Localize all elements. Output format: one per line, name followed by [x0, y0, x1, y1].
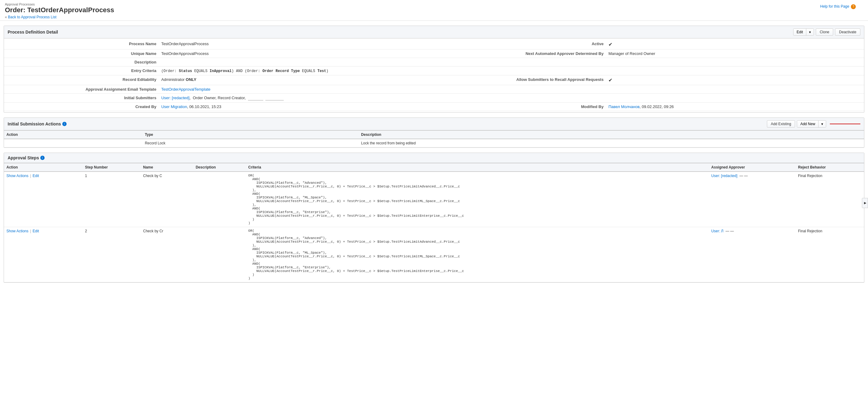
process-definition-header: Process Definition Detail Edit ▼ Clone D… [4, 26, 864, 38]
initial-submission-actions: Add Existing Add New ▼ [767, 120, 860, 128]
created-by-value: User Migration, 06.10.2021, 15:23 [159, 103, 434, 111]
approval-steps-title: Approval Steps [8, 156, 39, 160]
approval-steps-table: Action Step Number Name Description Crit… [4, 163, 864, 282]
step-number-cell: 2 [83, 227, 141, 282]
unique-name-row: Unique Name TestOrderApprovalProcess Nex… [4, 49, 864, 58]
app-name: Approval Processes [5, 2, 863, 6]
email-template-value: TestOrderApprovalTemplate [159, 85, 864, 94]
edit-split-button[interactable]: Edit ▼ [793, 28, 814, 36]
step-number-cell: 1 [83, 172, 141, 227]
email-template-link[interactable]: TestOrderApprovalTemplate [161, 87, 211, 92]
col-step-number: Step Number [83, 163, 141, 172]
initial-submission-title: Initial Submission Actions [8, 122, 61, 126]
edit-link[interactable]: Edit [33, 174, 39, 178]
add-new-button[interactable]: Add New [797, 121, 818, 127]
approval-steps-header-row: Action Step Number Name Description Crit… [4, 163, 864, 172]
initial-submitters-value: User: [redacted], Order Owner, Record Cr… [159, 94, 864, 103]
name-cell: Check by C [141, 172, 193, 227]
show-actions-link[interactable]: Show Actions [6, 229, 28, 233]
col-reject-behavior: Reject Behavior [796, 163, 864, 172]
col-type: Type [142, 131, 359, 139]
col-action: Action [4, 131, 142, 139]
allow-recall-label: Allow Submitters to Recall Approval Requ… [434, 75, 606, 85]
clone-button[interactable]: Clone [816, 28, 833, 36]
process-name-label: Process Name [4, 40, 159, 49]
modified-by-link[interactable]: Павел Молчанов [609, 104, 640, 109]
right-sidebar-icon: ▶ [863, 201, 867, 205]
back-to-list-link[interactable]: Back to Approval Process List [8, 15, 57, 19]
back-link-prefix: « [5, 15, 8, 19]
col-description: Description [359, 131, 864, 139]
col-action: Action [4, 163, 83, 172]
page-header: Approval Processes Order: TestOrderAppro… [0, 0, 868, 21]
help-link[interactable]: Help for this Page ? [820, 4, 856, 9]
criteria-cell: OR( AND( ISPICKVAL(Platform__c, "Advance… [246, 227, 709, 282]
description-value [159, 58, 434, 67]
right-sidebar-tab[interactable]: ▶ [862, 198, 868, 208]
type-cell: Record Lock [142, 139, 359, 147]
action-cell: Show Actions | Edit [4, 172, 83, 227]
deactivate-button[interactable]: Deactivate [835, 28, 860, 36]
description-row: Description [4, 58, 864, 67]
pipe-separator: | [30, 229, 31, 233]
assigned-approver-cell: User: Л — — [709, 227, 796, 282]
pipe-separator: | [30, 174, 31, 178]
entry-criteria-row: Entry Criteria (Order: Status EQUALS InA… [4, 67, 864, 75]
add-new-split-button[interactable]: Add New ▼ [797, 120, 826, 128]
red-underline-decoration [830, 124, 860, 124]
entry-criteria-value: (Order: Status EQUALS InApproval) AND (O… [159, 67, 864, 75]
record-editability-label: Record Editability [4, 75, 159, 85]
initial-submission-table: Action Type Description Record Lock Lock… [4, 130, 864, 147]
edit-dropdown-arrow[interactable]: ▼ [806, 29, 814, 35]
edit-link[interactable]: Edit [33, 229, 39, 233]
process-definition-title: Process Definition Detail [8, 30, 58, 34]
initial-submission-section: Initial Submission Actions i Add Existin… [4, 117, 864, 148]
allow-recall-checkmark: ✔ [609, 77, 612, 83]
process-definition-section: Process Definition Detail Edit ▼ Clone D… [4, 26, 864, 113]
approver-link[interactable]: User: [redacted] [711, 174, 737, 178]
initial-submission-info-icon[interactable]: i [62, 122, 67, 126]
approval-steps-info-icon[interactable]: i [40, 156, 44, 160]
action-cell [4, 139, 142, 147]
name-cell: Check by Cr [141, 227, 193, 282]
add-new-dropdown-arrow[interactable]: ▼ [818, 121, 826, 127]
description-cell [193, 227, 246, 282]
active-value: ✔ [606, 40, 864, 49]
email-template-label: Approval Assignment Email Template [4, 85, 159, 94]
initial-submission-header: Initial Submission Actions i Add Existin… [4, 118, 864, 130]
reject-behavior-cell: Final Rejection [796, 227, 864, 282]
process-name-value: TestOrderApprovalProcess [159, 40, 434, 49]
initial-submission-header-row: Action Type Description [4, 131, 864, 139]
entry-criteria-text: (Order: Status EQUALS InApproval) AND (O… [161, 69, 328, 73]
process-definition-actions: Edit ▼ Clone Deactivate [793, 28, 860, 36]
show-actions-link[interactable]: Show Actions [6, 174, 28, 178]
created-by-link[interactable]: User Migration [161, 104, 187, 109]
next-approver-label: Next Automated Approver Determined By [434, 49, 606, 58]
assigned-approver-cell: User: [redacted] — — [709, 172, 796, 227]
approver-extra: — — [724, 229, 734, 233]
col-criteria: Criteria [246, 163, 709, 172]
next-approver-value: Manager of Record Owner [606, 49, 864, 58]
created-by-label: Created By [4, 103, 159, 111]
add-existing-button[interactable]: Add Existing [767, 120, 795, 128]
record-editability-value: Administrator ONLY [159, 75, 434, 85]
active-checkmark: ✔ [609, 42, 612, 47]
active-label: Active [434, 40, 606, 49]
unique-name-value: TestOrderApprovalProcess [159, 49, 434, 58]
reject-behavior-cell: Final Rejection [796, 172, 864, 227]
description-label: Description [4, 58, 159, 67]
criteria-cell: OR( AND( ISPICKVAL(Platform__c, "Advance… [246, 172, 709, 227]
unique-name-label: Unique Name [4, 49, 159, 58]
help-badge: ? [851, 4, 856, 9]
approver-link[interactable]: User: Л [711, 229, 723, 233]
col-description: Description [193, 163, 246, 172]
initial-submitters-user-link[interactable]: User: [redacted] [161, 96, 190, 100]
description-cell: Lock the record from being edited [359, 139, 864, 147]
edit-button[interactable]: Edit [794, 29, 806, 35]
process-name-row: Process Name TestOrderApprovalProcess Ac… [4, 40, 864, 49]
col-name: Name [141, 163, 193, 172]
page-title: Order: TestOrderApprovalProcess [5, 6, 863, 14]
modified-by-value: Павел Молчанов, 09.02.2022, 09:26 [606, 103, 864, 111]
modified-by-label: Modified By [434, 103, 606, 111]
process-info-table: Process Name TestOrderApprovalProcess Ac… [4, 40, 864, 111]
